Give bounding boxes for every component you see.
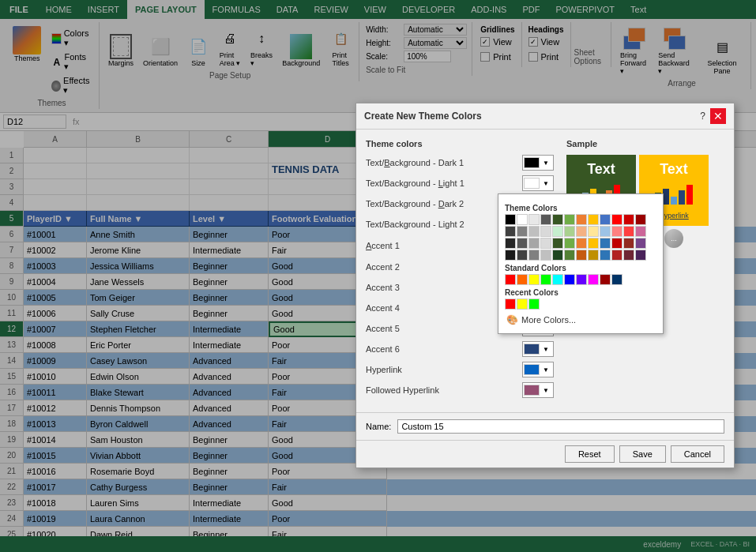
color-dropdown-arrow-followed-hyperlink[interactable]: ▼ — [540, 384, 552, 396]
cancel-button[interactable]: Cancel — [671, 445, 724, 463]
theme-color-cell[interactable] — [576, 238, 587, 249]
more-colors-button[interactable]: 🎨 More Colors... — [505, 313, 656, 327]
theme-color-cell[interactable] — [600, 226, 611, 237]
dialog-title-bar: Create New Theme Colors ? ✕ — [356, 103, 734, 130]
color-dropdown-arrow-hyperlink[interactable]: ▼ — [540, 363, 552, 376]
theme-color-cell[interactable] — [600, 250, 611, 261]
theme-color-cell[interactable] — [611, 238, 622, 249]
theme-color-cell[interactable] — [611, 214, 622, 225]
theme-color-cell[interactable] — [588, 226, 599, 237]
theme-color-cell[interactable] — [564, 238, 575, 249]
theme-color-cell[interactable] — [623, 214, 634, 225]
standard-color-cell[interactable] — [540, 274, 551, 285]
standard-colors-row — [505, 274, 656, 285]
more-colors-icon: 🎨 — [506, 314, 518, 325]
standard-colors-label: Standard Colors — [505, 264, 656, 272]
color-label-dark1: Text/Background - Dark 1 — [366, 158, 522, 167]
theme-color-cell[interactable] — [552, 226, 563, 237]
color-swatch-hyperlink[interactable]: ▼ — [522, 362, 554, 377]
dialog-title-text: Create New Theme Colors — [364, 111, 482, 122]
theme-color-cell[interactable] — [505, 226, 516, 237]
theme-color-cell[interactable] — [564, 250, 575, 261]
theme-color-cell[interactable] — [528, 250, 540, 261]
theme-color-cell[interactable] — [576, 214, 587, 225]
color-swatch-accent6[interactable]: ▼ — [522, 341, 554, 357]
standard-color-cell[interactable] — [528, 274, 540, 285]
dialog-close-button[interactable]: ✕ — [710, 108, 726, 124]
theme-color-cell[interactable] — [517, 238, 528, 249]
theme-color-cell[interactable] — [611, 250, 622, 261]
theme-color-cell[interactable] — [600, 214, 611, 225]
color-swatch-dark1[interactable]: ▼ — [522, 155, 554, 171]
theme-color-cell[interactable] — [576, 250, 587, 261]
color-swatch-light1[interactable]: ▼ — [522, 175, 554, 191]
color-dropdown-arrow-dark1[interactable]: ▼ — [540, 156, 552, 169]
dialog-action-buttons: Reset Save Cancel — [356, 440, 734, 468]
theme-color-cell[interactable] — [635, 238, 646, 249]
theme-color-cell[interactable] — [623, 250, 634, 261]
dialog-help-button[interactable]: ? — [700, 111, 705, 122]
theme-color-cell[interactable] — [564, 214, 575, 225]
color-label-accent6: Accent 6 — [366, 344, 522, 354]
theme-colors-label: Theme Colors — [505, 204, 656, 212]
standard-color-cell[interactable] — [517, 274, 528, 285]
theme-color-cell[interactable] — [505, 214, 516, 225]
standard-color-cell[interactable] — [552, 274, 563, 285]
theme-color-cell[interactable] — [528, 214, 540, 225]
standard-color-cell[interactable] — [600, 274, 611, 285]
standard-color-cell[interactable] — [611, 274, 622, 285]
color-dropdown-arrow-accent6[interactable]: ▼ — [540, 343, 552, 355]
theme-color-cell[interactable] — [528, 238, 540, 249]
color-label-followed-hyperlink: Followed Hyperlink — [366, 385, 522, 395]
color-row-hyperlink: Hyperlink ▼ — [366, 362, 554, 377]
theme-color-cell[interactable] — [635, 250, 646, 261]
theme-color-cell[interactable] — [552, 214, 563, 225]
theme-color-cell[interactable] — [588, 238, 599, 249]
standard-color-cell[interactable] — [564, 274, 575, 285]
standard-color-cell[interactable] — [588, 274, 599, 285]
standard-color-cell[interactable] — [576, 274, 587, 285]
name-input[interactable] — [397, 419, 724, 434]
dialog-footer: Name: — [356, 412, 734, 440]
recent-color-cell[interactable] — [517, 299, 528, 310]
color-row-accent6: Accent 6 ▼ — [366, 341, 554, 357]
theme-color-cell[interactable] — [635, 214, 646, 225]
recent-color-cell[interactable] — [528, 299, 540, 310]
theme-color-cell[interactable] — [564, 226, 575, 237]
sample-text-2: Text — [660, 161, 688, 178]
theme-color-cell[interactable] — [552, 250, 563, 261]
color-row-light1: Text/Background - Light 1 ▼ — [366, 175, 554, 191]
theme-color-cell[interactable] — [517, 250, 528, 261]
theme-color-cell[interactable] — [576, 226, 587, 237]
save-button[interactable]: Save — [619, 445, 666, 463]
theme-color-cell[interactable] — [635, 226, 646, 237]
theme-color-cell[interactable] — [505, 250, 516, 261]
color-row-followed-hyperlink: Followed Hyperlink ▼ — [366, 382, 554, 398]
recent-color-cell[interactable] — [505, 299, 516, 310]
theme-color-cell[interactable] — [611, 226, 622, 237]
recent-colors-row — [505, 299, 656, 310]
reset-button[interactable]: Reset — [565, 445, 615, 463]
theme-color-cell[interactable] — [540, 238, 551, 249]
theme-color-cell[interactable] — [540, 214, 551, 225]
theme-color-cell[interactable] — [623, 238, 634, 249]
theme-color-cell[interactable] — [505, 238, 516, 249]
theme-color-cell[interactable] — [540, 250, 551, 261]
sample-section-label: Sample — [566, 139, 724, 148]
theme-color-cell[interactable] — [623, 226, 634, 237]
theme-color-cell[interactable] — [517, 226, 528, 237]
color-dropdown-arrow-light1[interactable]: ▼ — [540, 177, 552, 190]
color-swatch-followed-hyperlink[interactable]: ▼ — [522, 382, 554, 398]
color-label-hyperlink: Hyperlink — [366, 365, 522, 374]
theme-colors-grid — [505, 214, 656, 261]
theme-color-cell[interactable] — [588, 250, 599, 261]
theme-color-cell[interactable] — [540, 226, 551, 237]
sample-text-1: Text — [587, 161, 615, 178]
theme-color-cell[interactable] — [600, 238, 611, 249]
theme-color-cell[interactable] — [552, 238, 563, 249]
standard-color-cell[interactable] — [505, 274, 516, 285]
theme-color-cell[interactable] — [528, 226, 540, 237]
theme-color-cell[interactable] — [588, 214, 599, 225]
theme-color-cell[interactable] — [517, 214, 528, 225]
color-label-light1: Text/Background - Light 1 — [366, 178, 522, 188]
